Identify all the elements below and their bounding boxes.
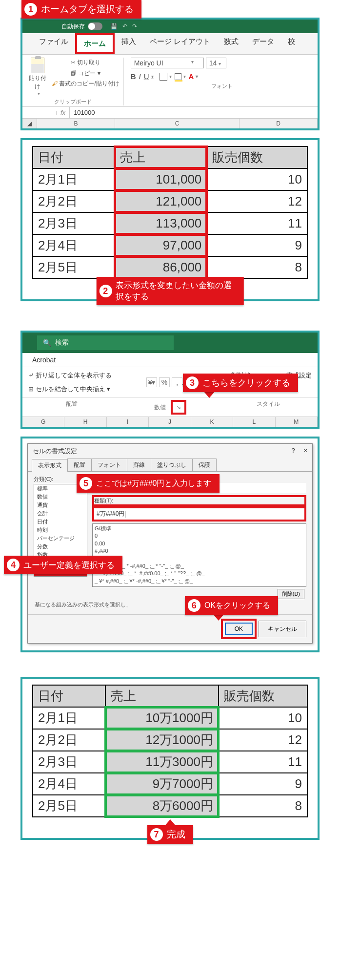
tab-insert[interactable]: 挿入 xyxy=(115,33,143,54)
border-button[interactable]: ▾ xyxy=(160,73,172,81)
dlg-tab-align[interactable]: 配置 xyxy=(67,459,92,471)
copy-button[interactable]: コピー ▾ xyxy=(52,68,120,79)
cell[interactable]: 10万1000円 xyxy=(105,707,219,729)
col-c[interactable]: C xyxy=(115,119,240,128)
italic-button[interactable]: I xyxy=(139,72,141,81)
cat-date[interactable]: 日付 xyxy=(34,518,87,526)
ok-button[interactable]: OK xyxy=(225,623,253,635)
qat-save-icon[interactable]: 💾 xyxy=(110,23,118,30)
type-list[interactable]: G/標準 0 0.00 #,##0 #,##0.00 _ * #,##0_ ;_… xyxy=(92,523,306,587)
cat-percent[interactable]: パーセンテージ xyxy=(34,534,87,542)
cell[interactable]: 121,000 xyxy=(115,190,207,212)
select-all-corner[interactable]: ◢ xyxy=(22,119,37,128)
cell[interactable]: 2月3日 xyxy=(33,751,105,773)
cell[interactable]: 86,000 xyxy=(115,256,207,278)
col-b[interactable]: B xyxy=(37,119,115,128)
cat-accounting[interactable]: 会計 xyxy=(34,509,87,518)
cut-button[interactable]: 切り取り xyxy=(52,58,120,68)
cell[interactable]: 10 xyxy=(219,707,307,729)
cell[interactable]: 113,000 xyxy=(115,212,207,234)
search-input[interactable]: 🔍 検索 xyxy=(37,335,174,350)
font-name-select[interactable]: Meiryo UI▾ xyxy=(131,58,204,68)
cell[interactable]: 9 xyxy=(207,234,307,256)
number-dialog-launcher[interactable]: ↘ xyxy=(171,400,186,415)
tab-data[interactable]: データ xyxy=(245,33,281,54)
delete-button[interactable]: 削除(D) xyxy=(278,589,304,599)
chevron-down-icon[interactable]: ▾ xyxy=(38,91,40,96)
cell[interactable]: 2月3日 xyxy=(33,212,115,234)
autosave-toggle[interactable] xyxy=(88,22,102,30)
tab-formula[interactable]: 数式 xyxy=(217,33,245,54)
cell[interactable]: 10 xyxy=(207,168,307,190)
col-m[interactable]: M xyxy=(276,417,318,427)
dlg-tab-format[interactable]: 表示形式 xyxy=(32,459,68,472)
cell[interactable]: 101,000 xyxy=(115,168,207,190)
cat-time[interactable]: 時刻 xyxy=(34,526,87,534)
col-g[interactable]: G xyxy=(22,417,64,427)
currency-button[interactable]: ¥▾ xyxy=(146,377,157,387)
percent-button[interactable]: % xyxy=(159,377,170,387)
dlg-tab-protect[interactable]: 保護 xyxy=(192,459,217,471)
col-h[interactable]: H xyxy=(64,417,106,427)
cell[interactable]: 2月2日 xyxy=(33,729,105,751)
th-date[interactable]: 日付 xyxy=(33,146,115,168)
format-painter-button[interactable]: 書式のコピー/貼り付け xyxy=(52,79,120,89)
fx-button[interactable]: fx xyxy=(57,107,70,118)
cat-fraction[interactable]: 分数 xyxy=(34,542,87,551)
cancel-button[interactable]: キャンセル xyxy=(259,621,306,637)
cell[interactable]: 2月5日 xyxy=(33,256,115,278)
type-input[interactable]: #万###0円 xyxy=(92,506,306,521)
th-qty[interactable]: 販売個数 xyxy=(219,685,307,707)
th-sales[interactable]: 売上 xyxy=(105,685,219,707)
cell[interactable]: 11万3000円 xyxy=(105,751,219,773)
cell[interactable]: 8万6000円 xyxy=(105,795,219,817)
dlg-tab-fill[interactable]: 塗りつぶし xyxy=(151,459,193,471)
qat-redo-icon[interactable]: ↷ xyxy=(132,23,137,30)
font-size-select[interactable]: 14▾ xyxy=(206,58,226,68)
underline-button[interactable]: U▾ xyxy=(144,72,154,81)
name-box[interactable] xyxy=(22,111,57,115)
bold-button[interactable]: B xyxy=(131,72,136,81)
cell[interactable]: 12万1000円 xyxy=(105,729,219,751)
cell[interactable]: 11 xyxy=(219,751,307,773)
cat-user-defined[interactable]: ユーザー定義 xyxy=(34,576,87,577)
cell[interactable]: 9万7000円 xyxy=(105,773,219,795)
th-date[interactable]: 日付 xyxy=(33,685,105,707)
merge-center-button[interactable]: ⊞ セルを結合して中央揃え ▾ xyxy=(28,385,112,394)
cell[interactable]: 2月2日 xyxy=(33,190,115,212)
help-button[interactable]: ? xyxy=(292,447,295,454)
dlg-tab-font[interactable]: フォント xyxy=(91,459,127,471)
th-qty[interactable]: 販売個数 xyxy=(207,146,307,168)
close-button[interactable]: × xyxy=(303,447,307,454)
cell[interactable]: 12 xyxy=(219,729,307,751)
cell[interactable]: 97,000 xyxy=(115,234,207,256)
cell[interactable]: 8 xyxy=(219,795,307,817)
tab-layout[interactable]: ページ レイアウト xyxy=(143,33,217,54)
paste-button[interactable]: 貼り付け ▾ xyxy=(26,58,49,96)
col-d[interactable]: D xyxy=(240,119,318,128)
cat-number[interactable]: 数値 xyxy=(34,493,87,501)
cell[interactable]: 8 xyxy=(207,256,307,278)
cell[interactable]: 2月5日 xyxy=(33,795,105,817)
comma-button[interactable]: , xyxy=(172,377,182,387)
cell[interactable]: 2月1日 xyxy=(33,168,115,190)
tab-file[interactable]: ファイル xyxy=(32,33,75,54)
dlg-tab-border[interactable]: 罫線 xyxy=(127,459,151,471)
cell[interactable]: 2月1日 xyxy=(33,707,105,729)
tab-home[interactable]: ホーム xyxy=(75,33,115,54)
cell[interactable]: 9 xyxy=(219,773,307,795)
cell[interactable]: 2月4日 xyxy=(33,773,105,795)
wrap-text-button[interactable]: ⤶ 折り返して全体を表示する xyxy=(28,371,112,380)
font-color-button[interactable]: A▾ xyxy=(189,72,199,81)
tab-review[interactable]: 校 xyxy=(281,33,302,54)
qat-undo-icon[interactable]: ↶ xyxy=(122,23,127,30)
cat-currency[interactable]: 通貨 xyxy=(34,501,87,509)
cell[interactable]: 12 xyxy=(207,190,307,212)
th-sales[interactable]: 売上 xyxy=(115,146,207,168)
col-j[interactable]: J xyxy=(149,417,191,427)
col-k[interactable]: K xyxy=(191,417,233,427)
cell[interactable]: 2月4日 xyxy=(33,234,115,256)
fill-color-button[interactable]: ▾ xyxy=(175,73,186,80)
col-l[interactable]: L xyxy=(233,417,275,427)
cell[interactable]: 11 xyxy=(207,212,307,234)
